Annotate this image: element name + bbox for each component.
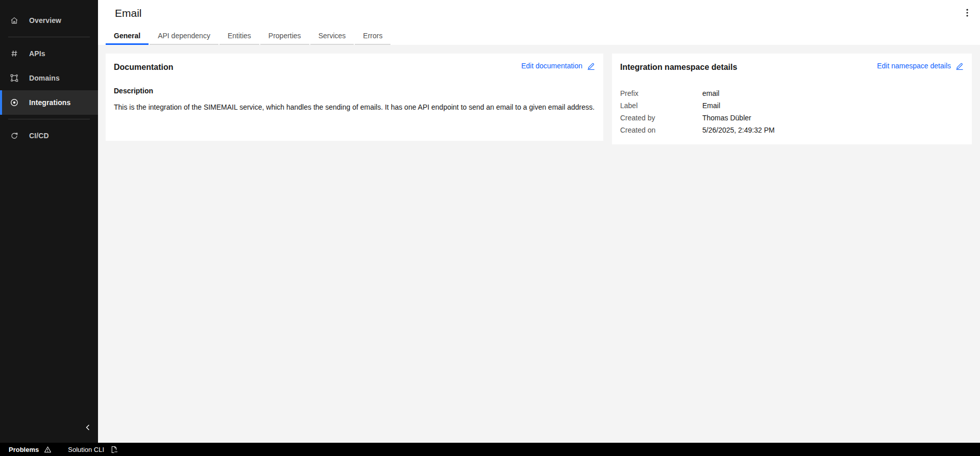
field-value: 5/26/2025, 2:49:32 PM — [702, 126, 775, 134]
overflow-menu-button[interactable] — [960, 6, 974, 20]
field-value: Email — [702, 102, 720, 110]
sidebar-item-label: Domains — [29, 74, 60, 82]
tab-entities[interactable]: Entities — [219, 26, 259, 45]
edit-namespace-details-label: Edit namespace details — [877, 62, 951, 70]
pencil-icon — [587, 62, 595, 70]
sidebar-item-integrations[interactable]: Integrations — [0, 90, 98, 115]
pencil-icon — [955, 62, 964, 70]
status-solution-cli[interactable]: Solution CLI — [68, 443, 118, 456]
field-label: Label — [620, 102, 702, 110]
sidebar-item-cicd[interactable]: CI/CD — [0, 123, 98, 148]
sidebar-item-label: Integrations — [29, 98, 70, 107]
edit-documentation-label: Edit documentation — [521, 62, 582, 70]
field-row-created-on: Created on 5/26/2025, 2:49:32 PM — [620, 124, 964, 136]
sidebar-divider — [8, 37, 90, 37]
page-title: Email — [115, 7, 142, 19]
main-content: Email General API dependency Entities Pr… — [98, 0, 980, 443]
tab-general[interactable]: General — [106, 26, 149, 45]
sidebar-divider — [8, 119, 90, 119]
description-text: This is the integration of the SIMEMAIL … — [114, 102, 595, 113]
page-header: Email General API dependency Entities Pr… — [98, 0, 980, 45]
namespace-fields: Prefix email Label Email Created by Thom… — [620, 87, 964, 136]
sidebar-item-domains[interactable]: Domains — [0, 66, 98, 90]
field-label: Created on — [620, 126, 702, 134]
chevron-left-icon — [84, 423, 92, 432]
field-label: Prefix — [620, 89, 702, 97]
sidebar-item-label: Overview — [29, 16, 61, 24]
solution-cli-label: Solution CLI — [68, 446, 104, 453]
main-row: Overview APIs — [0, 0, 980, 443]
edit-namespace-details-link[interactable]: Edit namespace details — [877, 62, 964, 70]
tab-services[interactable]: Services — [310, 26, 354, 45]
documentation-card-title: Documentation — [114, 62, 173, 72]
kebab-icon — [963, 8, 971, 17]
namespace-card-title: Integration namespace details — [620, 62, 737, 72]
sidebar-nav: Overview APIs — [0, 0, 98, 415]
description-section-title: Description — [114, 87, 595, 95]
field-row-label: Label Email — [620, 99, 964, 112]
app-window: Overview APIs — [0, 0, 980, 456]
field-value: email — [702, 89, 719, 97]
tab-properties[interactable]: Properties — [260, 26, 309, 45]
namespace-card-header: Integration namespace details Edit names… — [620, 62, 964, 72]
tab-errors[interactable]: Errors — [355, 26, 390, 45]
content-area: Documentation Edit documentation Desc — [98, 45, 980, 144]
hash-icon — [10, 49, 18, 58]
integrations-icon — [10, 98, 18, 107]
documentation-card: Documentation Edit documentation Desc — [106, 54, 603, 141]
status-problems[interactable]: Problems — [9, 443, 52, 456]
field-row-prefix: Prefix email — [620, 87, 964, 99]
sidebar-item-apis[interactable]: APIs — [0, 41, 98, 66]
sidebar-item-label: APIs — [29, 49, 45, 58]
tab-bar: General API dependency Entities Properti… — [106, 26, 391, 45]
sidebar: Overview APIs — [0, 0, 98, 443]
sidebar-item-overview[interactable]: Overview — [0, 8, 98, 33]
namespace-details-card: Integration namespace details Edit names… — [612, 54, 972, 144]
home-icon — [10, 16, 18, 24]
status-bar: Problems Solution CLI — [0, 443, 980, 456]
field-row-created-by: Created by Thomas Dübler — [620, 112, 964, 124]
warning-icon — [44, 446, 52, 453]
tab-api-dependency[interactable]: API dependency — [150, 26, 218, 45]
domains-icon — [10, 74, 18, 82]
script-file-icon — [110, 446, 118, 453]
documentation-card-header: Documentation Edit documentation — [114, 62, 595, 72]
problems-label: Problems — [9, 446, 39, 453]
cicd-icon — [10, 132, 18, 140]
edit-documentation-link[interactable]: Edit documentation — [521, 62, 595, 70]
sidebar-item-label: CI/CD — [29, 132, 49, 140]
field-value: Thomas Dübler — [702, 114, 751, 122]
field-label: Created by — [620, 114, 702, 122]
sidebar-collapse-button[interactable] — [0, 415, 98, 440]
